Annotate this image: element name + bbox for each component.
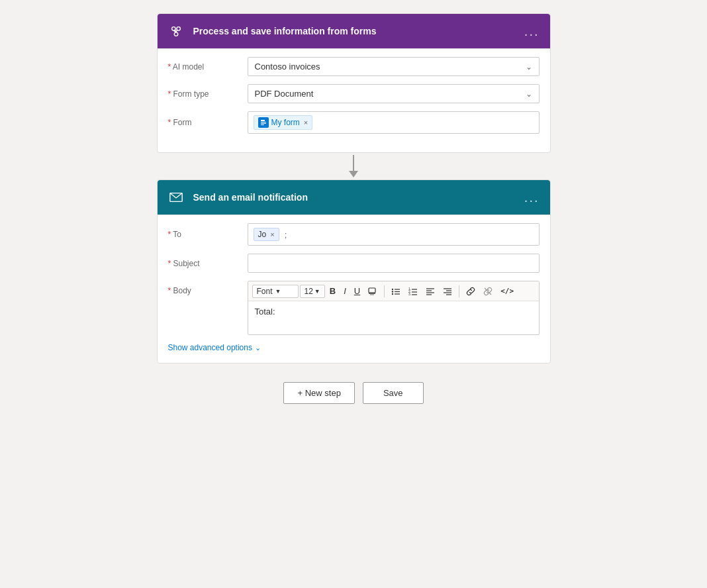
connector-line <box>353 155 354 171</box>
font-dropdown-arrow: ▼ <box>275 288 281 295</box>
show-advanced-options[interactable]: Show advanced options ⌄ <box>168 343 540 352</box>
form-control[interactable]: My form × <box>248 111 540 134</box>
body-row: * Body Font ▼ 12 ▼ <box>168 281 540 335</box>
email-notification-body: * To Jo × ; <box>158 215 550 363</box>
ordered-list-icon: 1. 2. 3. <box>408 287 418 296</box>
align-left-icon <box>426 287 435 296</box>
font-size-select[interactable]: 12 ▼ <box>300 285 325 298</box>
ordered-list-button[interactable]: 1. 2. 3. <box>405 285 421 298</box>
form-type-chevron: ⌄ <box>526 89 532 99</box>
form-type-row: * Form type PDF Document ⌄ <box>168 84 540 103</box>
align-right-icon <box>443 287 452 296</box>
highlight-icon <box>368 287 377 296</box>
email-notification-more-button[interactable]: ... <box>522 191 542 204</box>
to-tag-close-button[interactable]: × <box>270 230 274 238</box>
svg-text:3.: 3. <box>408 292 411 296</box>
ai-model-control[interactable]: Contoso invoices ⌄ <box>248 57 540 76</box>
align-right-button[interactable] <box>440 285 455 298</box>
link-button[interactable] <box>463 285 479 298</box>
process-forms-more-button[interactable]: ... <box>522 24 542 38</box>
form-tag-icon <box>258 117 269 128</box>
rte-container: Font ▼ 12 ▼ B I <box>248 281 540 335</box>
to-tag-label: Jo <box>258 230 267 239</box>
font-size-value: 12 <box>305 287 313 296</box>
email-notification-title: Send an email notification <box>193 192 522 203</box>
highlight-button[interactable] <box>365 285 381 298</box>
to-semicolon: ; <box>285 230 287 240</box>
process-forms-title: Process and save information from forms <box>193 26 522 36</box>
to-label: * To <box>168 230 248 239</box>
to-tag-input[interactable]: Jo × ; <box>248 223 540 246</box>
underline-button[interactable]: U <box>351 284 363 298</box>
email-icon <box>165 187 187 208</box>
to-row: * To Jo × ; <box>168 223 540 246</box>
font-label: Font <box>257 287 273 296</box>
process-forms-body: * AI model Contoso invoices ⌄ * Form typ… <box>158 49 550 152</box>
rte-body-text: Total: <box>255 307 275 317</box>
bottom-actions: + New step Save <box>283 382 423 404</box>
process-forms-card: Process and save information from forms … <box>157 13 551 153</box>
connector-arrow <box>349 153 358 179</box>
align-left-button[interactable] <box>422 285 438 298</box>
unordered-list-icon <box>391 287 401 296</box>
subject-row: * Subject New invoice processed <box>168 254 540 273</box>
form-tag-input[interactable]: My form × <box>248 111 540 134</box>
body-label: * Body <box>168 281 248 295</box>
to-tag: Jo × <box>254 228 279 241</box>
svg-rect-7 <box>369 288 375 293</box>
process-forms-icon <box>165 21 187 42</box>
save-button[interactable]: Save <box>363 382 424 404</box>
font-select[interactable]: Font ▼ <box>252 285 299 298</box>
italic-button[interactable]: I <box>340 284 350 298</box>
bold-button[interactable]: B <box>326 284 339 298</box>
form-type-control[interactable]: PDF Document ⌄ <box>248 84 540 103</box>
font-size-dropdown-arrow: ▼ <box>314 288 320 295</box>
to-control[interactable]: Jo × ; <box>248 223 540 246</box>
unlink-button[interactable] <box>480 285 496 298</box>
form-tag-close-button[interactable]: × <box>304 119 308 126</box>
form-type-label: * Form type <box>168 89 248 99</box>
new-step-button[interactable]: + New step <box>283 382 354 404</box>
form-row: * Form My form × <box>168 111 540 134</box>
svg-point-2 <box>174 32 178 36</box>
email-notification-card: Send an email notification ... * To Jo × <box>157 179 551 364</box>
svg-point-12 <box>392 291 393 292</box>
subject-input[interactable]: New invoice processed <box>248 254 540 273</box>
toolbar-divider-2 <box>459 285 459 297</box>
code-button[interactable]: </> <box>497 285 517 297</box>
rte-body[interactable]: Total: <box>248 301 539 334</box>
body-control[interactable]: Font ▼ 12 ▼ B I <box>248 281 540 335</box>
process-forms-card-header: Process and save information from forms … <box>158 14 550 49</box>
form-tag-label: My form <box>271 118 300 127</box>
email-notification-card-header: Send an email notification ... <box>158 180 550 215</box>
ai-model-value: Contoso invoices <box>255 62 320 72</box>
connector-arrowhead <box>349 171 358 177</box>
unlink-icon <box>483 287 493 296</box>
svg-point-1 <box>176 27 180 31</box>
form-label: * Form <box>168 118 248 127</box>
ai-model-label: * AI model <box>168 62 248 72</box>
subject-label: * Subject <box>168 259 248 268</box>
form-type-value: PDF Document <box>255 89 314 99</box>
ai-model-row: * AI model Contoso invoices ⌄ <box>168 57 540 76</box>
svg-point-14 <box>392 293 393 294</box>
subject-control[interactable]: New invoice processed <box>248 254 540 273</box>
advanced-options-chevron: ⌄ <box>255 344 261 352</box>
unordered-list-button[interactable] <box>388 285 404 298</box>
to-tag-row: Jo × ; <box>254 228 287 241</box>
link-icon <box>466 287 475 296</box>
rte-toolbar: Font ▼ 12 ▼ B I <box>248 281 539 301</box>
advanced-options-label: Show advanced options <box>168 343 252 352</box>
toolbar-divider-1 <box>384 285 385 297</box>
svg-point-10 <box>392 288 393 289</box>
form-tag: My form × <box>254 115 313 130</box>
ai-model-select[interactable]: Contoso invoices ⌄ <box>248 57 540 76</box>
form-type-select[interactable]: PDF Document ⌄ <box>248 84 540 103</box>
svg-point-0 <box>171 27 175 31</box>
ai-model-chevron: ⌄ <box>526 62 532 72</box>
